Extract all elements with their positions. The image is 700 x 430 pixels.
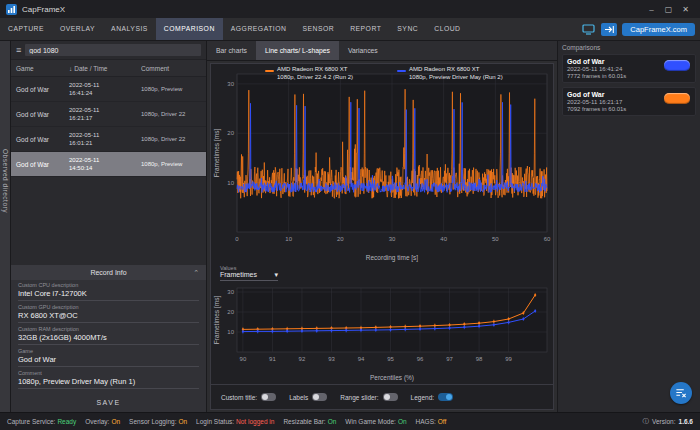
chevron-up-icon[interactable]: ⌃ bbox=[193, 269, 199, 277]
search-row: ≡ bbox=[11, 41, 206, 60]
nav-tab-aggregation[interactable]: AGGREGATION bbox=[223, 18, 295, 40]
close-icon[interactable]: ✕ bbox=[677, 5, 694, 14]
svg-text:Percentiles (%): Percentiles (%) bbox=[370, 374, 414, 382]
game-field: Game God of War bbox=[18, 348, 199, 367]
row-game: God of War bbox=[11, 136, 69, 143]
row-datetime: 2022-05-1116:41:24 bbox=[69, 81, 141, 97]
nav-tab-sync[interactable]: SYNC bbox=[389, 18, 426, 40]
comment-value[interactable]: 1080p, Preview Driver May (Run 1) bbox=[18, 376, 199, 389]
tab-bar-charts[interactable]: Bar charts bbox=[207, 41, 256, 60]
row-comment: 1080p, Preview bbox=[141, 161, 206, 167]
nav-tab-report[interactable]: REPORT bbox=[342, 18, 389, 40]
search-input[interactable] bbox=[25, 44, 201, 56]
status-bar: Capture Service:Ready Overlay:On Sensor … bbox=[0, 412, 700, 430]
remove-comparisons-button[interactable] bbox=[670, 382, 692, 404]
save-button[interactable]: SAVE bbox=[11, 394, 206, 412]
nav-tab-comparison[interactable]: COMPARISON bbox=[156, 18, 223, 40]
nav-tab-capture[interactable]: CAPTURE bbox=[0, 18, 52, 40]
nav-tab-overlay[interactable]: OVERLAY bbox=[52, 18, 103, 40]
observed-directory-expander[interactable]: Observed directory bbox=[0, 41, 11, 412]
toggle-switch[interactable] bbox=[312, 393, 327, 401]
toggle-label: Custom title: bbox=[221, 394, 257, 401]
svg-text:20: 20 bbox=[337, 236, 344, 242]
overlay-status: Overlay:On bbox=[85, 418, 120, 425]
ram-description-value[interactable]: 32GB (2x16GB) 4000MT/s bbox=[18, 332, 199, 345]
capture-service-status: Capture Service:Ready bbox=[7, 418, 76, 425]
table-row[interactable]: God of War 2022-05-1116:21:17 1080p, Dri… bbox=[11, 102, 206, 127]
table-row[interactable]: God of War 2022-05-1116:01:21 1080p, Dri… bbox=[11, 127, 206, 152]
comparison-item[interactable]: God of War 2022-05-11 16:21:17 7092 fram… bbox=[562, 87, 696, 116]
record-table-header: Game ↓Date / Time Comment bbox=[11, 60, 206, 77]
toggle-switch[interactable] bbox=[383, 393, 398, 401]
capframex-window: CapFrameX – ▢ ✕ CAPTURE OVERLAY ANALYSIS… bbox=[0, 0, 700, 430]
tab-line-charts[interactable]: Line charts/ L-shapes bbox=[256, 41, 339, 60]
row-datetime: 2022-05-1116:01:21 bbox=[69, 131, 141, 147]
header-comment[interactable]: Comment bbox=[141, 65, 206, 72]
values-selected: Frametimes bbox=[220, 271, 257, 279]
version-info: ⓘ Version:1.6.6 bbox=[643, 417, 693, 426]
toggle-label: Range slider: bbox=[340, 394, 378, 401]
ram-description-field: Custom RAM description 32GB (2x16GB) 400… bbox=[18, 326, 199, 345]
legend-marker bbox=[397, 70, 406, 72]
percentiles-chart: 10203090919293949596979899Percentiles (%… bbox=[211, 284, 553, 384]
table-row[interactable]: God of War 2022-05-1114:50:14 1080p, Pre… bbox=[11, 152, 206, 177]
legend-toggle[interactable]: Legend: bbox=[411, 393, 454, 401]
record-info-header[interactable]: Record Info ⌃ bbox=[11, 265, 206, 280]
svg-text:20: 20 bbox=[227, 130, 234, 136]
record-list-empty-area bbox=[11, 177, 206, 265]
values-dropdown[interactable]: Frametimes ▾ bbox=[220, 271, 278, 281]
hags-status: HAGS:Off bbox=[416, 418, 447, 425]
legend-series-subtitle: 1080p, Preview Driver May (Run 2) bbox=[409, 74, 503, 80]
nav-tab-analysis[interactable]: ANALYSIS bbox=[103, 18, 156, 40]
nav-tab-cloud[interactable]: CLOUD bbox=[426, 18, 468, 40]
comment-field: Comment 1080p, Preview Driver May (Run 1… bbox=[18, 370, 199, 389]
info-icon: ⓘ bbox=[643, 417, 650, 426]
row-game: God of War bbox=[11, 161, 69, 168]
comparison-frames: 7772 frames in 60.01s bbox=[567, 73, 691, 79]
table-row[interactable]: God of War 2022-05-1116:41:24 1080p, Pre… bbox=[11, 77, 206, 102]
record-list-sidebar: ≡ Game ↓Date / Time Comment God of War 2… bbox=[11, 41, 207, 412]
minimize-icon[interactable]: – bbox=[643, 5, 660, 14]
menu-icon[interactable]: ≡ bbox=[16, 45, 21, 55]
svg-text:30: 30 bbox=[389, 236, 396, 242]
frametimes-chart: 1020300102030405060Recording time [s]Fra… bbox=[211, 64, 553, 264]
maximize-icon[interactable]: ▢ bbox=[660, 5, 677, 14]
svg-text:93: 93 bbox=[328, 356, 335, 362]
svg-text:96: 96 bbox=[417, 356, 424, 362]
comparison-frames: 7092 frames in 60.01s bbox=[567, 106, 691, 112]
header-game[interactable]: Game bbox=[11, 65, 69, 72]
svg-text:97: 97 bbox=[446, 356, 453, 362]
svg-text:98: 98 bbox=[476, 356, 483, 362]
labels-toggle[interactable]: Labels bbox=[289, 393, 327, 401]
custom-title-toggle[interactable]: Custom title: bbox=[221, 393, 276, 401]
svg-text:Frametimes [ms]: Frametimes [ms] bbox=[213, 296, 221, 345]
header-date-time[interactable]: ↓Date / Time bbox=[69, 65, 141, 72]
content-area: Observed directory ≡ Game ↓Date / Time C… bbox=[0, 41, 700, 412]
svg-text:92: 92 bbox=[299, 356, 306, 362]
comparison-item[interactable]: God of War 2022-05-11 16:41:24 7772 fram… bbox=[562, 54, 696, 83]
login-icon[interactable] bbox=[601, 23, 617, 36]
observed-directory-label: Observed directory bbox=[2, 149, 9, 412]
chart-panel: 1020300102030405060Recording time [s]Fra… bbox=[210, 63, 554, 410]
capframex-site-button[interactable]: CapFrameX.com bbox=[622, 23, 695, 36]
row-game: God of War bbox=[11, 111, 69, 118]
svg-text:95: 95 bbox=[387, 356, 394, 362]
cpu-description-value[interactable]: Intel Core i7-12700K bbox=[18, 288, 199, 301]
values-selector-row: Values Frametimes ▾ bbox=[211, 264, 553, 284]
game-value[interactable]: God of War bbox=[18, 354, 199, 367]
tab-variances[interactable]: Variances bbox=[339, 41, 387, 60]
comparisons-panel: Comparisons God of War 2022-05-11 16:41:… bbox=[557, 41, 700, 412]
screen-capture-icon[interactable] bbox=[580, 23, 596, 36]
gpu-description-value[interactable]: RX 6800 XT@OC bbox=[18, 310, 199, 323]
svg-text:30: 30 bbox=[227, 289, 234, 295]
color-swatch[interactable] bbox=[664, 60, 690, 71]
svg-text:10: 10 bbox=[227, 329, 234, 335]
toggle-switch[interactable] bbox=[438, 393, 453, 401]
color-swatch[interactable] bbox=[664, 93, 690, 104]
chart-type-tabs: Bar charts Line charts/ L-shapes Varianc… bbox=[207, 41, 557, 61]
range-slider-toggle[interactable]: Range slider: bbox=[340, 393, 397, 401]
nav-tab-sensor[interactable]: SENSOR bbox=[294, 18, 342, 40]
svg-text:0: 0 bbox=[235, 236, 239, 242]
row-datetime: 2022-05-1116:21:17 bbox=[69, 106, 141, 122]
toggle-switch[interactable] bbox=[261, 393, 276, 401]
